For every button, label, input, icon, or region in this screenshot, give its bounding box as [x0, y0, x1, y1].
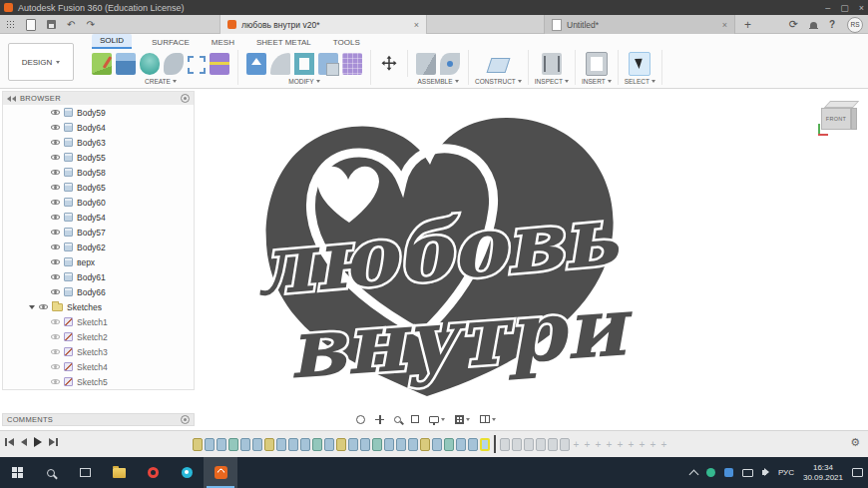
- sweep-icon[interactable]: [164, 53, 184, 75]
- clock[interactable]: 16:34 30.09.2021: [803, 463, 843, 483]
- presspull-icon[interactable]: [246, 53, 266, 75]
- browser-body-row[interactable]: Body60: [3, 195, 194, 210]
- revolve-icon[interactable]: [140, 53, 160, 75]
- pattern-icon[interactable]: [188, 56, 206, 74]
- document-tab-inactive[interactable]: Untitled* ×: [544, 15, 735, 34]
- maximize-button[interactable]: ▢: [840, 3, 849, 13]
- collapse-panel-icon[interactable]: [7, 96, 16, 102]
- cursor-icon[interactable]: [629, 52, 651, 76]
- skip-to-start-button[interactable]: [5, 438, 14, 446]
- pattern2-icon[interactable]: [342, 53, 362, 75]
- ribbon-group-label[interactable]: MODIFY: [288, 78, 319, 85]
- viewcube[interactable]: FRONT: [818, 100, 864, 142]
- visibility-eye-icon[interactable]: [51, 140, 60, 145]
- display-tray-icon[interactable]: [742, 469, 753, 477]
- timeline-feature-icon[interactable]: [193, 438, 203, 451]
- visibility-eye-icon[interactable]: [51, 215, 60, 220]
- timeline-feature-icon[interactable]: [408, 438, 418, 451]
- timeline-feature-icon[interactable]: [372, 438, 382, 451]
- timeline-feature-icon[interactable]: [420, 438, 430, 451]
- browser-sketches-folder[interactable]: Sketches: [3, 299, 194, 314]
- ribbon-tab-mesh[interactable]: MESH: [210, 36, 236, 49]
- comments-bar[interactable]: COMMENTS: [2, 413, 195, 426]
- timeline-selected-feature[interactable]: [480, 438, 490, 451]
- step-back-button[interactable]: [21, 438, 27, 446]
- redo-icon[interactable]: ↷: [86, 20, 94, 30]
- visibility-eye-icon[interactable]: [51, 319, 60, 324]
- timeline-settings-gear-icon[interactable]: ⚙: [850, 436, 860, 449]
- app-button[interactable]: [170, 457, 204, 488]
- browser-sketch-row[interactable]: Sketch1: [3, 314, 194, 329]
- visibility-eye-icon[interactable]: [51, 155, 60, 160]
- visibility-eye-icon[interactable]: [51, 364, 60, 369]
- timeline-feature-icon[interactable]: [456, 438, 466, 451]
- visibility-eye-icon[interactable]: [51, 349, 60, 354]
- browser-sketch-row[interactable]: Sketch2: [3, 329, 194, 344]
- browser-body-row[interactable]: Body65: [3, 180, 194, 195]
- timeline-feature-icon[interactable]: [444, 438, 454, 451]
- browser-body-row[interactable]: верх: [3, 254, 194, 269]
- file-explorer-button[interactable]: [102, 457, 136, 488]
- design-canvas-art[interactable]: любовь внутри: [227, 95, 656, 404]
- save-icon[interactable]: [47, 20, 56, 29]
- browser-body-row[interactable]: Body62: [3, 240, 194, 254]
- timeline-position-marker[interactable]: [494, 435, 496, 453]
- timeline-feature-icon[interactable]: [288, 438, 298, 451]
- workspace-selector[interactable]: DESIGN: [8, 43, 74, 81]
- move-icon[interactable]: [379, 53, 399, 75]
- visibility-eye-icon[interactable]: [51, 110, 60, 115]
- timeline-suppressed-feature[interactable]: [524, 438, 534, 451]
- component-icon[interactable]: [416, 53, 436, 75]
- visibility-eye-icon[interactable]: [51, 244, 60, 249]
- timeline-feature-icon[interactable]: [336, 438, 346, 451]
- hidden-icons-chevron[interactable]: [688, 469, 698, 479]
- help-icon[interactable]: ?: [829, 19, 835, 30]
- zoom-button[interactable]: [394, 416, 401, 423]
- timeline-feature-icon[interactable]: [264, 438, 274, 451]
- file-menu-icon[interactable]: [26, 19, 36, 31]
- combine-icon[interactable]: [318, 53, 338, 75]
- browser-header[interactable]: BROWSER: [3, 92, 194, 105]
- app-grid-icon[interactable]: [6, 20, 15, 29]
- orbit-button[interactable]: [356, 415, 365, 424]
- tray-app-icon-1[interactable]: [706, 468, 715, 477]
- shell-icon[interactable]: [294, 53, 314, 75]
- visibility-eye-icon[interactable]: [51, 125, 60, 130]
- task-view-button[interactable]: [68, 457, 102, 488]
- viewcube-right-face[interactable]: [851, 108, 857, 130]
- browser-body-row[interactable]: Body64: [3, 120, 194, 135]
- measure-icon[interactable]: [542, 53, 562, 75]
- expander-icon[interactable]: [29, 305, 35, 309]
- visibility-eye-icon[interactable]: [51, 274, 60, 279]
- plane-icon[interactable]: [486, 58, 510, 73]
- ribbon-tab-surface[interactable]: SURFACE: [150, 36, 192, 49]
- browser-sketch-row[interactable]: Sketch5: [3, 374, 194, 389]
- timeline-feature-icon[interactable]: [300, 438, 310, 451]
- extrude-icon[interactable]: [116, 53, 136, 75]
- timeline-feature-icon[interactable]: [324, 438, 334, 451]
- tab-close-icon[interactable]: ×: [722, 20, 727, 30]
- skip-to-end-button[interactable]: [49, 438, 58, 446]
- ribbon-tab-solid[interactable]: SOLID: [92, 34, 132, 49]
- panel-options-icon[interactable]: [181, 94, 190, 103]
- job-status-icon[interactable]: ⟳: [789, 19, 798, 30]
- browser-body-row[interactable]: Body54: [3, 210, 194, 225]
- ribbon-group-label[interactable]: INSERT: [582, 78, 612, 85]
- browser-body-row[interactable]: Body59: [3, 105, 194, 120]
- ribbon-group-label[interactable]: CONSTRUCT: [475, 78, 522, 85]
- visibility-eye-icon[interactable]: [51, 334, 60, 339]
- browser-body-row[interactable]: Body58: [3, 165, 194, 180]
- display-settings-button[interactable]: [429, 416, 445, 423]
- timeline-suppressed-feature[interactable]: [536, 438, 546, 451]
- timeline-feature-icon[interactable]: [384, 438, 394, 451]
- timeline-feature-icon[interactable]: [312, 438, 322, 451]
- tray-app-icon-2[interactable]: [724, 468, 733, 477]
- notifications-bell-icon[interactable]: [810, 22, 817, 28]
- visibility-eye-icon[interactable]: [51, 259, 60, 264]
- fusion-360-button[interactable]: [204, 457, 237, 488]
- ribbon-group-label[interactable]: INSPECT: [535, 78, 569, 85]
- visibility-eye-icon[interactable]: [39, 304, 48, 309]
- taskbar-search-button[interactable]: [34, 457, 68, 488]
- grid-settings-button[interactable]: [455, 415, 470, 424]
- timeline-suppressed-feature[interactable]: [548, 438, 558, 451]
